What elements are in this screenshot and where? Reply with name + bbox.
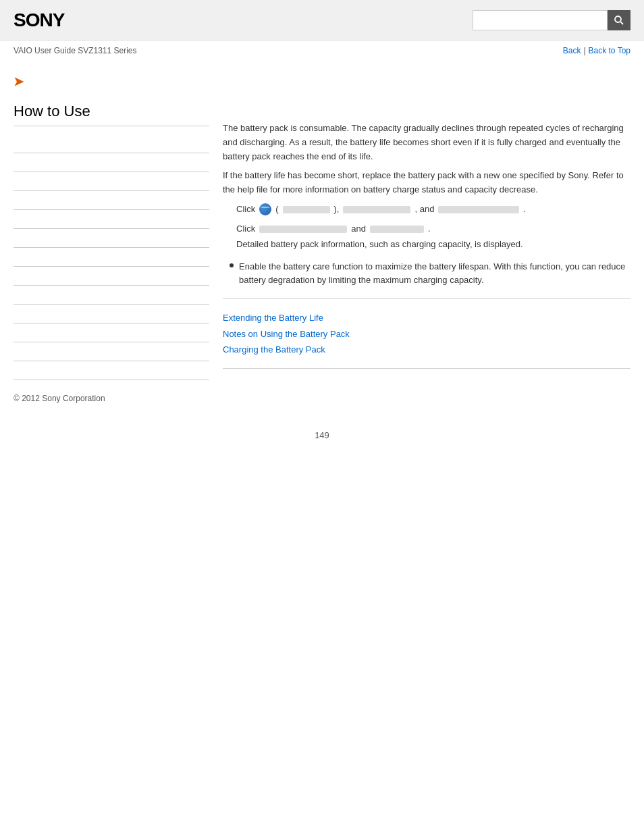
detail-line: Detailed battery pack information, such … bbox=[236, 239, 630, 249]
main-layout: ➤ How to Use © 2012 Sony Corporation The… bbox=[0, 61, 644, 410]
globe-icon bbox=[259, 203, 271, 215]
click-line-1: Click ( ), , and . bbox=[236, 203, 630, 217]
sidebar-item-4[interactable] bbox=[14, 191, 209, 210]
click-label-1: Click bbox=[236, 203, 255, 217]
nav-links: Back | Back to Top bbox=[563, 46, 630, 55]
search-area bbox=[473, 10, 630, 30]
content-body: The battery pack is consumable. The capa… bbox=[223, 122, 630, 369]
sidebar-item-9[interactable] bbox=[14, 286, 209, 305]
para-2: If the battery life has become short, re… bbox=[223, 169, 630, 197]
sidebar-item-6[interactable] bbox=[14, 229, 209, 248]
notes-battery-link[interactable]: Notes on Using the Battery Pack bbox=[223, 326, 630, 342]
extending-battery-link[interactable]: Extending the Battery Life bbox=[223, 310, 630, 325]
page-number: 149 bbox=[315, 430, 329, 440]
search-icon bbox=[614, 15, 624, 26]
bullet-text-1: Enable the battery care function to maxi… bbox=[239, 260, 630, 288]
bullet-section: Enable the battery care function to maxi… bbox=[230, 260, 630, 288]
placeholder-bar-2 bbox=[343, 206, 410, 213]
header: SONY bbox=[0, 0, 644, 41]
placeholder-bar-3 bbox=[438, 206, 519, 213]
click-line2-and: and bbox=[351, 222, 366, 236]
breadcrumb: VAIO User Guide SVZ1311 Series bbox=[14, 46, 137, 55]
sub-header: VAIO User Guide SVZ1311 Series Back | Ba… bbox=[0, 41, 644, 61]
search-input[interactable] bbox=[473, 10, 608, 30]
sidebar-item-3[interactable] bbox=[14, 172, 209, 191]
sidebar-title: How to Use bbox=[14, 103, 209, 126]
sidebar-item-10[interactable] bbox=[14, 305, 209, 323]
sidebar-item-12[interactable] bbox=[14, 342, 209, 361]
section-divider-2 bbox=[223, 368, 630, 369]
content-area: The battery pack is consumable. The capa… bbox=[223, 68, 630, 403]
sony-logo: SONY bbox=[14, 9, 64, 31]
back-to-top-link[interactable]: Back to Top bbox=[589, 46, 630, 55]
placeholder-bar-5 bbox=[370, 226, 424, 233]
back-link[interactable]: Back bbox=[563, 46, 581, 55]
click-line1-period: . bbox=[523, 203, 526, 217]
sidebar: ➤ How to Use © 2012 Sony Corporation bbox=[14, 68, 209, 403]
svg-line-1 bbox=[621, 22, 624, 24]
sidebar-item-11[interactable] bbox=[14, 323, 209, 342]
sidebar-item-1[interactable] bbox=[14, 134, 209, 153]
links-section: Extending the Battery Life Notes on Usin… bbox=[223, 310, 630, 357]
placeholder-bar-4 bbox=[259, 226, 347, 233]
copyright: © 2012 Sony Corporation bbox=[14, 394, 209, 403]
sidebar-item-5[interactable] bbox=[14, 210, 209, 229]
nav-separator: | bbox=[583, 46, 585, 55]
sidebar-item-7[interactable] bbox=[14, 248, 209, 267]
click-line1-paren: ), bbox=[334, 203, 340, 217]
para-1: The battery pack is consumable. The capa… bbox=[223, 122, 630, 163]
section-divider-1 bbox=[223, 298, 630, 299]
click-line2-period: . bbox=[428, 222, 431, 236]
bullet-item-1: Enable the battery care function to maxi… bbox=[230, 260, 630, 288]
bullet-dot bbox=[230, 263, 234, 267]
click-line1-mid: ( bbox=[275, 203, 278, 217]
placeholder-bar-1 bbox=[283, 206, 330, 213]
click-label-2: Click bbox=[236, 222, 255, 236]
click-line-2: Click and . bbox=[236, 222, 630, 236]
footer: 149 bbox=[0, 410, 644, 454]
click-line1-and: , and bbox=[414, 203, 434, 217]
svg-point-0 bbox=[615, 16, 621, 22]
search-button[interactable] bbox=[608, 10, 630, 30]
chevron-right-icon: ➤ bbox=[14, 74, 209, 89]
sidebar-item-13[interactable] bbox=[14, 361, 209, 380]
sidebar-item-2[interactable] bbox=[14, 153, 209, 172]
charging-battery-link[interactable]: Charging the Battery Pack bbox=[223, 342, 630, 357]
sidebar-item-8[interactable] bbox=[14, 267, 209, 286]
